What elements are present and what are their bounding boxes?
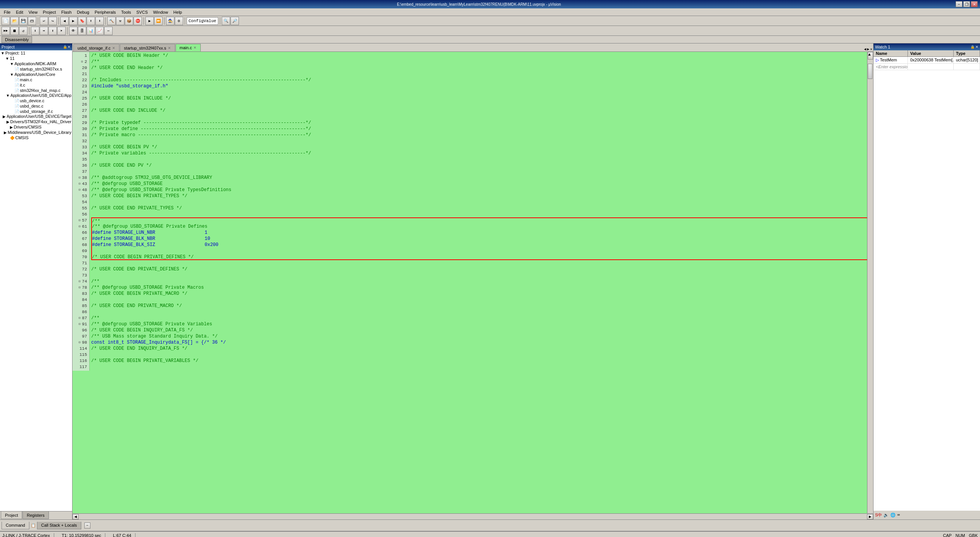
menu-edit[interactable]: Edit	[14, 10, 26, 15]
zoom-in-button[interactable]: 🔍	[222, 17, 230, 25]
open-button[interactable]: 📂	[10, 17, 19, 25]
project-tab[interactable]: Project	[1, 511, 22, 519]
tab-main[interactable]: main.c ✕	[176, 44, 201, 51]
tab-close-main[interactable]: ✕	[193, 46, 197, 50]
tree-item-mdk-arm[interactable]: ▼ Application/MDK-ARM	[0, 61, 72, 66]
watch-enter-cell[interactable]: <Enter expression>	[874, 64, 908, 70]
prev-bookmark-button[interactable]: ⬆	[87, 17, 95, 25]
cmd-tab-command[interactable]: Command	[2, 522, 29, 529]
tab-close-all[interactable]: ✕	[870, 47, 872, 51]
zoom-out-button[interactable]: 🔎	[230, 17, 239, 25]
reset-button[interactable]: ↺	[19, 27, 27, 35]
tree-item-usb-device[interactable]: 📄 usb_device.c	[0, 98, 72, 103]
close-button[interactable]: ✕	[971, 1, 978, 7]
tree-item-middlewares[interactable]: ▶ Middlewares/USB_Device_Library	[0, 130, 72, 135]
redo-button[interactable]: ↪	[48, 17, 57, 25]
save-all-button[interactable]: 🗃	[28, 17, 36, 25]
tree-item-project11[interactable]: ▼ Project: 11	[0, 50, 72, 56]
tree-item-main[interactable]: 📄 main.c	[0, 77, 72, 82]
trace-button[interactable]: 📈	[95, 27, 104, 35]
file-icon: 📄	[15, 104, 19, 108]
project-panel-close-btn[interactable]: ✕	[68, 45, 71, 49]
menu-window[interactable]: Window	[151, 10, 170, 15]
tree-item-usb-app[interactable]: ▼ Application/User/USB_DEVICE/App	[0, 93, 72, 98]
tab-usbd-storage[interactable]: usbd_storage_if.c ✕	[73, 44, 119, 51]
restore-button[interactable]: ❐	[963, 1, 970, 7]
step-in-button[interactable]: ⬇	[31, 27, 39, 35]
stop-button[interactable]: ⏹	[10, 27, 19, 35]
watch-row-enter[interactable]: <Enter expression>	[874, 64, 980, 70]
scroll-left-btn[interactable]: ◀	[73, 514, 79, 519]
batch-build-button[interactable]: 📦	[125, 17, 133, 25]
tree-item-11[interactable]: ▼ 11	[0, 56, 72, 61]
build-button[interactable]: 🔨	[107, 17, 116, 25]
expand-icon[interactable]: ▷	[876, 58, 879, 62]
menu-view[interactable]: View	[26, 10, 40, 15]
debug-step-button[interactable]: ⏩	[154, 17, 163, 25]
more-button[interactable]: ⋯	[104, 27, 113, 35]
menu-svcs[interactable]: SVCS	[134, 10, 150, 15]
tree-item-cmsis-drv[interactable]: ▶ Drivers/CMSIS	[0, 124, 72, 130]
step-over-button[interactable]: ➡	[40, 27, 48, 35]
bookmark-button[interactable]: 🔖	[78, 17, 86, 25]
cmd-tab-callstack[interactable]: Call Stack + Locals	[37, 522, 81, 529]
run-button[interactable]: ▶▶	[2, 27, 10, 35]
line-num-72: 72	[73, 266, 87, 272]
scroll-right-btn[interactable]: ▶	[867, 514, 873, 519]
tree-item-hal-driver[interactable]: ▶ Drivers/STM32F4xx_HAL_Driver	[0, 119, 72, 124]
tree-item-label: usbd_desc.c	[20, 104, 44, 108]
debug-start-button[interactable]: ▶	[145, 17, 154, 25]
stop-build-button[interactable]: ⛔	[134, 17, 142, 25]
tree-item-usbd-storage[interactable]: 📄 usbd_storage_if.c	[0, 109, 72, 114]
watch-panel-title: Watch 1	[875, 45, 890, 49]
vertical-scrollbar[interactable]: ▲	[867, 52, 873, 513]
watch-button[interactable]: 👁	[69, 27, 77, 35]
rebuild-button[interactable]: ⚒	[116, 17, 124, 25]
tab-scroll-left[interactable]: ◀	[864, 47, 866, 51]
line-numbers: 1 ⊟2 20 21 22 23 24 25 26 27 28 29 30 31…	[73, 52, 90, 371]
file-icon: 📄	[15, 99, 19, 103]
tree-item-cmsis[interactable]: 🔶 CMSIS	[0, 135, 72, 140]
registers-tab[interactable]: Registers	[23, 511, 48, 519]
menu-bar: File Edit View Project Flash Debug Perip…	[0, 8, 980, 16]
menu-peripherals[interactable]: Peripherals	[92, 10, 118, 15]
memory-button[interactable]: 🗄	[78, 27, 86, 35]
tree-item-usbd-desc[interactable]: 📄 usbd_desc.c	[0, 103, 72, 109]
tree-item-usb-target[interactable]: ▶ Application/User/USB_DEVICE/Target	[0, 114, 72, 119]
config-wizard-button[interactable]: 🧙	[166, 17, 174, 25]
menu-flash[interactable]: Flash	[59, 10, 74, 15]
tab-startup[interactable]: startup_stm32f407xx.s ✕	[120, 44, 175, 51]
tab-close-startup[interactable]: ✕	[168, 46, 171, 50]
tree-item-it[interactable]: 📄 it.c	[0, 82, 72, 88]
tree-item-hal-msp[interactable]: 📄 stm32f4xx_hal_msp.c	[0, 88, 72, 93]
next-bookmark-button[interactable]: ⬇	[95, 17, 104, 25]
tab-close-usbd[interactable]: ✕	[112, 46, 115, 50]
back-button[interactable]: ◀	[60, 17, 69, 25]
menu-tools[interactable]: Tools	[119, 10, 134, 15]
step-out-button[interactable]: ⬆	[48, 27, 57, 35]
horizontal-scrollbar[interactable]: ◀ ▶	[73, 513, 873, 519]
menu-file[interactable]: File	[2, 10, 13, 15]
forward-button[interactable]: ▶	[69, 17, 77, 25]
config-value-input[interactable]: ConfigValue	[187, 17, 218, 25]
code-editor[interactable]: 1 ⊟2 20 21 22 23 24 25 26 27 28 29 30 31…	[73, 52, 873, 513]
save-button[interactable]: 💾	[19, 17, 27, 25]
menu-debug[interactable]: Debug	[75, 10, 92, 15]
undo-button[interactable]: ↩	[40, 17, 48, 25]
menu-project[interactable]: Project	[40, 10, 58, 15]
run-to-cursor-button[interactable]: ➤	[57, 27, 66, 35]
disassembly-tab[interactable]: Disassembly	[2, 36, 32, 43]
watch-panel-close-btn[interactable]: ✕	[975, 45, 978, 49]
project-panel-lock-btn[interactable]: 🔒	[63, 45, 67, 49]
registers-button[interactable]: 📊	[87, 27, 95, 35]
new-file-button[interactable]: 📄	[2, 17, 10, 25]
panel-options-btn[interactable]: ⋯	[84, 523, 90, 529]
settings-button[interactable]: ⚙	[175, 17, 183, 25]
minimize-button[interactable]: −	[956, 1, 962, 7]
tree-item-startup[interactable]: 📄 startup_stm32f407xx.s	[0, 66, 72, 72]
tab-scroll-right[interactable]: ▶	[867, 47, 869, 51]
scrollbar-thumb[interactable]	[868, 64, 872, 79]
menu-help[interactable]: Help	[171, 10, 184, 15]
tree-item-user-core[interactable]: ▼ Application/User/Core	[0, 72, 72, 77]
watch-panel-lock-btn[interactable]: 🔒	[970, 45, 975, 49]
